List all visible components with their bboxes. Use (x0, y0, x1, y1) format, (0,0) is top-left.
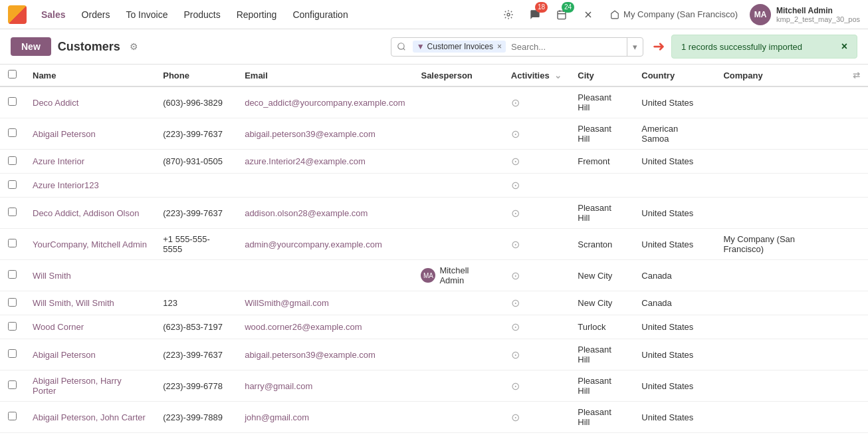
activity-icon[interactable]: ⊙ (511, 156, 520, 167)
row-checkbox[interactable] (8, 349, 17, 358)
close-icon-btn[interactable] (578, 5, 598, 25)
cell-name[interactable]: Abigail Peterson, Harry Porter (25, 370, 155, 402)
row-checkbox-cell[interactable] (0, 150, 25, 174)
company-selector[interactable]: My Company (San Francisco) (605, 7, 743, 22)
email-link[interactable]: deco_addict@yourcompany.example.com (245, 98, 405, 108)
cell-name[interactable]: Abigail Peterson, Will Smith (25, 433, 155, 440)
filter-remove-btn[interactable]: × (497, 42, 502, 51)
activity-icon[interactable]: ⊙ (511, 128, 520, 140)
customer-name-link[interactable]: Abigail Peterson, Harry Porter (33, 376, 122, 396)
row-checkbox-cell[interactable] (0, 291, 25, 315)
email-link[interactable]: admin@yourcompany.example.com (245, 239, 382, 249)
customer-name-link[interactable]: Azure Interior (33, 156, 84, 166)
cell-name[interactable]: Will Smith (25, 260, 155, 291)
nav-sales[interactable]: Sales (35, 5, 72, 24)
cell-name[interactable]: Azure Interior (25, 150, 155, 174)
header-email[interactable]: Email (237, 65, 413, 86)
new-button[interactable]: New (11, 37, 51, 56)
nav-reporting[interactable]: Reporting (230, 5, 284, 24)
header-adjust[interactable]: ⇄ (845, 65, 868, 86)
cell-name[interactable]: YourCompany, Mitchell Admin (25, 229, 155, 260)
header-salesperson[interactable]: Salesperson (413, 65, 502, 86)
cell-name[interactable]: Deco Addict, Addison Olson (25, 198, 155, 229)
row-checkbox[interactable] (8, 128, 17, 137)
row-checkbox[interactable] (8, 270, 17, 279)
activity-icon[interactable]: ⊙ (511, 208, 520, 219)
activity-icon[interactable]: ⊙ (511, 97, 520, 108)
email-link[interactable]: addison.olson28@example.com (245, 208, 368, 218)
row-checkbox-cell[interactable] (0, 260, 25, 291)
cell-name[interactable]: Azure Interior123 (25, 174, 155, 198)
nav-orders[interactable]: Orders (75, 5, 117, 24)
activity-icon[interactable]: ⊙ (511, 297, 520, 309)
filter-tag[interactable]: ▼ Customer Invoices × (413, 41, 506, 53)
cell-name[interactable]: Wood Corner (25, 315, 155, 339)
email-link[interactable]: wood.corner26@example.com (245, 322, 362, 332)
row-checkbox[interactable] (8, 298, 17, 307)
customer-name-link[interactable]: Abigail Peterson (33, 350, 96, 360)
activity-icon[interactable]: ⊙ (511, 239, 520, 250)
customer-name-link[interactable]: Deco Addict (33, 98, 78, 108)
search-dropdown-btn[interactable]: ▾ (627, 38, 643, 56)
header-company[interactable]: Company (715, 65, 845, 86)
user-menu[interactable]: MA Mitchell Admin kmp_2_test_may_30_pos (750, 4, 860, 25)
cell-name[interactable]: Deco Addict (25, 86, 155, 118)
cell-name[interactable]: Abigail Peterson (25, 339, 155, 370)
email-link[interactable]: azure.Interior24@example.com (245, 156, 366, 166)
messages-icon-btn[interactable]: 18 (525, 5, 545, 25)
row-checkbox[interactable] (8, 322, 17, 331)
activity-icon[interactable]: ⊙ (511, 380, 520, 392)
row-checkbox-cell[interactable] (0, 339, 25, 370)
customer-name-link[interactable]: Azure Interior123 (33, 180, 99, 190)
row-checkbox[interactable] (8, 239, 17, 247)
row-checkbox-cell[interactable] (0, 229, 25, 260)
customer-name-link[interactable]: Abigail Peterson, John Carter (33, 412, 146, 422)
cell-name[interactable]: Will Smith, Will Smith (25, 291, 155, 315)
customer-name-link[interactable]: Will Smith, Will Smith (33, 298, 114, 308)
select-all-checkbox[interactable] (8, 70, 17, 78)
header-country[interactable]: Country (633, 65, 715, 86)
row-checkbox-cell[interactable] (0, 370, 25, 402)
activity-icon[interactable]: ⊙ (511, 321, 520, 333)
row-checkbox-cell[interactable] (0, 402, 25, 433)
row-checkbox[interactable] (8, 412, 17, 420)
row-checkbox-cell[interactable] (0, 433, 25, 440)
cell-name[interactable]: Abigail Peterson, John Carter (25, 402, 155, 433)
notification-close-btn[interactable]: × (841, 41, 847, 53)
customer-name-link[interactable]: Wood Corner (33, 322, 84, 332)
header-activities[interactable]: Activities ⌄ (503, 65, 570, 86)
customer-name-link[interactable]: Abigail Peterson (33, 129, 96, 139)
row-checkbox-cell[interactable] (0, 174, 25, 198)
header-phone[interactable]: Phone (155, 65, 237, 86)
settings-icon[interactable]: ⚙ (130, 41, 138, 52)
activity-icon[interactable]: ⊙ (511, 180, 520, 191)
header-select-all[interactable] (0, 65, 25, 86)
email-link[interactable]: abigail.peterson39@example.com (245, 350, 376, 360)
cell-name[interactable]: Abigail Peterson (25, 118, 155, 150)
row-checkbox[interactable] (8, 380, 17, 389)
search-icon-btn[interactable] (391, 38, 411, 55)
email-link[interactable]: abigail.peterson39@example.com (245, 129, 376, 139)
nav-products[interactable]: Products (177, 5, 227, 24)
row-checkbox-cell[interactable] (0, 86, 25, 118)
app-logo[interactable] (8, 5, 27, 24)
customer-name-link[interactable]: Deco Addict, Addison Olson (33, 208, 139, 218)
row-checkbox[interactable] (8, 97, 17, 106)
search-input[interactable] (507, 39, 627, 55)
debug-icon-btn[interactable] (498, 5, 518, 25)
row-checkbox-cell[interactable] (0, 198, 25, 229)
row-checkbox[interactable] (8, 156, 17, 165)
column-adjust-icon[interactable]: ⇄ (853, 71, 860, 80)
row-checkbox[interactable] (8, 180, 17, 189)
activities-icon-btn[interactable]: 24 (552, 5, 572, 25)
header-city[interactable]: City (570, 65, 633, 86)
row-checkbox-cell[interactable] (0, 315, 25, 339)
customer-name-link[interactable]: Will Smith (33, 271, 71, 281)
activity-icon[interactable]: ⊙ (511, 270, 520, 281)
email-link[interactable]: harry@gmail.com (245, 381, 312, 391)
email-link[interactable]: john@gmail.com (245, 412, 309, 422)
nav-configuration[interactable]: Configuration (286, 5, 354, 24)
nav-to-invoice[interactable]: To Invoice (119, 5, 174, 24)
customer-name-link[interactable]: YourCompany, Mitchell Admin (33, 239, 147, 249)
activity-icon[interactable]: ⊙ (511, 412, 520, 423)
